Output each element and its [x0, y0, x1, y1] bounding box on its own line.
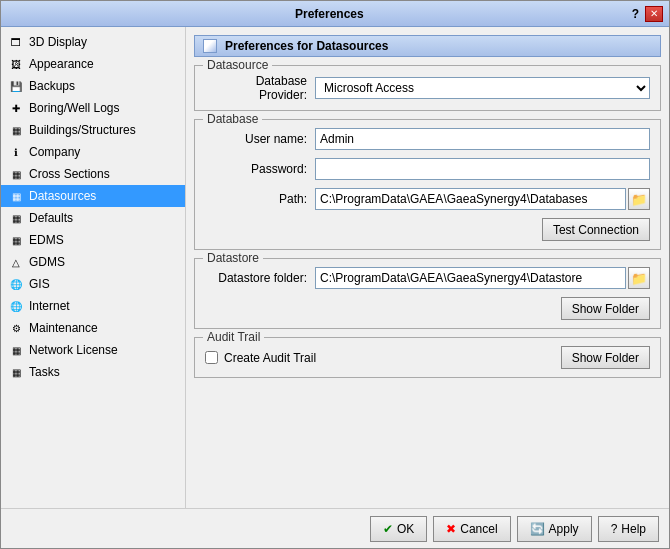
- sidebar-item-gdms[interactable]: △GDMS: [1, 251, 185, 273]
- create-audit-trail-checkbox[interactable]: [205, 351, 218, 364]
- backups-icon: 💾: [7, 77, 25, 95]
- create-audit-trail-row: Create Audit Trail: [205, 351, 316, 365]
- audit-trail-inner: Create Audit Trail Show Folder: [205, 346, 650, 369]
- datastore-browse-button[interactable]: 📁: [628, 267, 650, 289]
- path-row: Path: 📁: [205, 188, 650, 210]
- sidebar-label-3d-display: 3D Display: [29, 35, 87, 49]
- help-button[interactable]: ? Help: [598, 516, 659, 542]
- datasource-group: Datasource Database Provider: Microsoft …: [194, 65, 661, 111]
- username-input[interactable]: [315, 128, 650, 150]
- sidebar-label-gdms: GDMS: [29, 255, 65, 269]
- sidebar-item-boring-well-logs[interactable]: ✚Boring/Well Logs: [1, 97, 185, 119]
- network-license-icon: ▦: [7, 341, 25, 359]
- datastore-show-folder-button[interactable]: Show Folder: [561, 297, 650, 320]
- sidebar-label-cross-sections: Cross Sections: [29, 167, 110, 181]
- title-bar-controls: ? ✕: [632, 6, 663, 22]
- sidebar-label-defaults: Defaults: [29, 211, 73, 225]
- edms-icon: ▦: [7, 231, 25, 249]
- ok-label: OK: [397, 522, 414, 536]
- path-row-inner: 📁: [315, 188, 650, 210]
- tasks-icon: ▦: [7, 363, 25, 381]
- sidebar-label-tasks: Tasks: [29, 365, 60, 379]
- gis-icon: 🌐: [7, 275, 25, 293]
- audit-show-folder-button[interactable]: Show Folder: [561, 346, 650, 369]
- panel-header-icon: [203, 39, 217, 53]
- title-bar: Preferences ? ✕: [1, 1, 669, 27]
- 3d-display-icon: 🗖: [7, 33, 25, 51]
- footer: ✔ OK ✖ Cancel 🔄 Apply ? Help: [1, 508, 669, 548]
- db-provider-select[interactable]: Microsoft AccessSQL ServerOraclePostgreS…: [315, 77, 650, 99]
- help-label: Help: [621, 522, 646, 536]
- sidebar-label-boring-well-logs: Boring/Well Logs: [29, 101, 120, 115]
- help-btn-icon: ?: [611, 522, 618, 536]
- company-icon: ℹ: [7, 143, 25, 161]
- test-connection-button[interactable]: Test Connection: [542, 218, 650, 241]
- path-input[interactable]: [315, 188, 626, 210]
- sidebar-item-backups[interactable]: 💾Backups: [1, 75, 185, 97]
- content-area: 🗖3D Display🖼Appearance💾Backups✚Boring/We…: [1, 27, 669, 508]
- sidebar-item-defaults[interactable]: ▦Defaults: [1, 207, 185, 229]
- panel-header: Preferences for Datasources: [194, 35, 661, 57]
- sidebar-item-appearance[interactable]: 🖼Appearance: [1, 53, 185, 75]
- password-row: Password:: [205, 158, 650, 180]
- sidebar: 🗖3D Display🖼Appearance💾Backups✚Boring/We…: [1, 27, 186, 508]
- db-provider-select-wrapper: Microsoft AccessSQL ServerOraclePostgreS…: [315, 77, 650, 99]
- sidebar-label-appearance: Appearance: [29, 57, 94, 71]
- ok-button[interactable]: ✔ OK: [370, 516, 427, 542]
- database-group-title: Database: [203, 112, 262, 126]
- path-browse-button[interactable]: 📁: [628, 188, 650, 210]
- sidebar-label-maintenance: Maintenance: [29, 321, 98, 335]
- datasources-icon: ▦: [7, 187, 25, 205]
- gdms-icon: △: [7, 253, 25, 271]
- datastore-folder-label: Datastore folder:: [205, 271, 315, 285]
- sidebar-item-3d-display[interactable]: 🗖3D Display: [1, 31, 185, 53]
- sidebar-label-edms: EDMS: [29, 233, 64, 247]
- maintenance-icon: ⚙: [7, 319, 25, 337]
- panel-title: Preferences for Datasources: [225, 39, 388, 53]
- sidebar-item-edms[interactable]: ▦EDMS: [1, 229, 185, 251]
- sidebar-item-network-license[interactable]: ▦Network License: [1, 339, 185, 361]
- cross-sections-icon: ▦: [7, 165, 25, 183]
- datastore-folder-row: Datastore folder: 📁: [205, 267, 650, 289]
- sidebar-item-internet[interactable]: 🌐Internet: [1, 295, 185, 317]
- datastore-show-folder-row: Show Folder: [205, 297, 650, 320]
- ok-icon: ✔: [383, 522, 393, 536]
- datasource-group-title: Datasource: [203, 58, 272, 72]
- apply-label: Apply: [549, 522, 579, 536]
- sidebar-item-maintenance[interactable]: ⚙Maintenance: [1, 317, 185, 339]
- internet-icon: 🌐: [7, 297, 25, 315]
- audit-trail-group: Audit Trail Create Audit Trail Show Fold…: [194, 337, 661, 378]
- sidebar-item-tasks[interactable]: ▦Tasks: [1, 361, 185, 383]
- db-provider-row: Database Provider: Microsoft AccessSQL S…: [205, 74, 650, 102]
- datastore-group-title: Datastore: [203, 251, 263, 265]
- sidebar-item-gis[interactable]: 🌐GIS: [1, 273, 185, 295]
- sidebar-label-datasources: Datasources: [29, 189, 96, 203]
- sidebar-label-backups: Backups: [29, 79, 75, 93]
- password-input[interactable]: [315, 158, 650, 180]
- audit-trail-group-title: Audit Trail: [203, 330, 264, 344]
- create-audit-trail-label: Create Audit Trail: [224, 351, 316, 365]
- window-title: Preferences: [27, 7, 632, 21]
- password-label: Password:: [205, 162, 315, 176]
- help-icon[interactable]: ?: [632, 7, 639, 21]
- apply-icon: 🔄: [530, 522, 545, 536]
- appearance-icon: 🖼: [7, 55, 25, 73]
- cancel-button[interactable]: ✖ Cancel: [433, 516, 510, 542]
- close-button[interactable]: ✕: [645, 6, 663, 22]
- database-group: Database User name: Password: Path: 📁: [194, 119, 661, 250]
- main-panel: Preferences for Datasources Datasource D…: [186, 27, 669, 508]
- sidebar-item-datasources[interactable]: ▦Datasources: [1, 185, 185, 207]
- datastore-group: Datastore Datastore folder: 📁 Show Folde…: [194, 258, 661, 329]
- sidebar-item-buildings-structures[interactable]: ▦Buildings/Structures: [1, 119, 185, 141]
- sidebar-label-gis: GIS: [29, 277, 50, 291]
- path-label: Path:: [205, 192, 315, 206]
- username-row: User name:: [205, 128, 650, 150]
- sidebar-item-cross-sections[interactable]: ▦Cross Sections: [1, 163, 185, 185]
- apply-button[interactable]: 🔄 Apply: [517, 516, 592, 542]
- datastore-folder-input[interactable]: [315, 267, 626, 289]
- sidebar-label-network-license: Network License: [29, 343, 118, 357]
- sidebar-label-internet: Internet: [29, 299, 70, 313]
- username-label: User name:: [205, 132, 315, 146]
- sidebar-item-company[interactable]: ℹCompany: [1, 141, 185, 163]
- preferences-window: Preferences ? ✕ 🗖3D Display🖼Appearance💾B…: [0, 0, 670, 549]
